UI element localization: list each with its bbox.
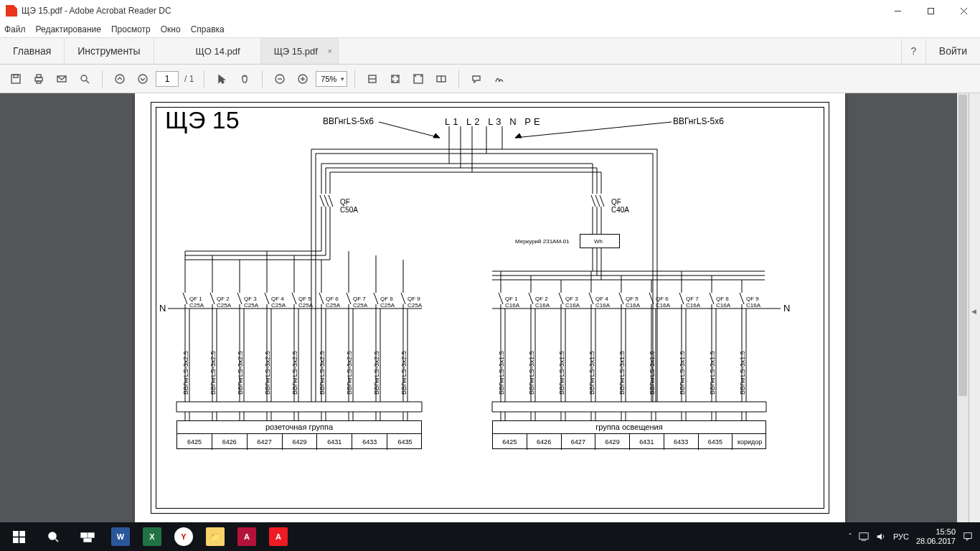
- page-up-icon[interactable]: [110, 69, 130, 89]
- taskbar-word-icon[interactable]: W: [105, 522, 136, 551]
- taskbar-acrobat-icon[interactable]: A: [263, 522, 294, 551]
- mail-icon[interactable]: [52, 69, 72, 89]
- start-button[interactable]: [1, 522, 36, 551]
- taskbar-excel-icon[interactable]: X: [136, 522, 168, 551]
- save-icon[interactable]: [6, 69, 26, 89]
- breaker-label: QF 4 C25A: [271, 296, 286, 309]
- zoom-out-icon[interactable]: [270, 69, 290, 89]
- svg-marker-212: [877, 534, 882, 540]
- login-button[interactable]: Войти: [925, 38, 980, 64]
- breaker-label: QF 6 C25A: [326, 296, 340, 309]
- taskbar: W X Y 📁 A A ˆ РУС 15:5028.06.2017: [0, 522, 980, 551]
- svg-point-12: [116, 75, 124, 83]
- close-button[interactable]: [947, 0, 980, 22]
- cable-label: ВВГнгLS-3х1.5: [528, 351, 535, 395]
- tray-clock[interactable]: 15:5028.06.2017: [916, 527, 956, 546]
- terminal-cell: 6426: [527, 434, 562, 450]
- svg-line-106: [237, 293, 242, 304]
- qf-right-label: QFC40A: [611, 198, 629, 214]
- taskview-button[interactable]: [70, 522, 105, 551]
- doc-tab-0[interactable]: ЩО 14.pdf: [183, 38, 261, 64]
- zoom-select[interactable]: 75%: [316, 71, 347, 87]
- right-panel-toggle[interactable]: [969, 93, 980, 522]
- breaker-label: QF 5 C16A: [626, 296, 640, 309]
- svg-line-118: [292, 293, 296, 304]
- tray-chevron-icon[interactable]: ˆ: [849, 532, 852, 541]
- svg-line-184: [679, 293, 684, 304]
- svg-line-206: [55, 539, 58, 542]
- window-title: ЩЭ 15.pdf - Adobe Acrobat Reader DC: [22, 6, 171, 16]
- terminal-cell: 6433: [664, 434, 699, 450]
- terminal-cell: 6429: [283, 434, 318, 450]
- svg-rect-213: [964, 533, 972, 539]
- cable-label: ВВГнгLS-3х2.5: [182, 351, 189, 395]
- tray-network-icon[interactable]: [859, 532, 869, 542]
- n-label-left: N: [159, 303, 166, 314]
- breaker-label: QF 8 C25A: [380, 296, 395, 309]
- tray-volume-icon[interactable]: [876, 532, 886, 542]
- svg-rect-201: [13, 531, 19, 537]
- menu-edit[interactable]: Редактирование: [36, 24, 101, 34]
- menu-view[interactable]: Просмотр: [111, 24, 151, 34]
- wiring-diagram: [135, 93, 845, 522]
- zoom-in-icon[interactable]: [293, 69, 313, 89]
- taskbar-autocad-icon[interactable]: A: [231, 522, 263, 551]
- help-button[interactable]: ?: [901, 38, 925, 64]
- fullscreen-icon[interactable]: [408, 69, 428, 89]
- cable-label: ВВГнгLS-3х2.5: [373, 351, 380, 395]
- svg-line-47: [329, 195, 333, 207]
- search-icon[interactable]: [75, 69, 95, 89]
- right-terminal-group: группа освещения 64256426642764296431643…: [492, 420, 766, 449]
- svg-marker-34: [515, 133, 522, 138]
- menu-file[interactable]: Файл: [4, 24, 26, 34]
- terminal-cell: 6425: [177, 434, 212, 450]
- tray-notifications-icon[interactable]: [963, 532, 973, 542]
- left-terminal-group: розеточная группа 6425642664276429643164…: [176, 420, 422, 449]
- menu-window[interactable]: Окно: [161, 24, 181, 34]
- breaker-label: QF 9 C16A: [746, 296, 760, 309]
- taskbar-yandex-icon[interactable]: Y: [168, 522, 199, 551]
- meter-unit: Wh: [594, 238, 603, 245]
- page-down-icon[interactable]: [133, 69, 153, 89]
- sign-icon[interactable]: [489, 69, 509, 89]
- vertical-scrollbar[interactable]: [957, 93, 969, 522]
- minimize-button[interactable]: [881, 0, 914, 22]
- tray-language[interactable]: РУС: [893, 532, 909, 541]
- hand-tool-icon[interactable]: [235, 69, 255, 89]
- select-tool-icon[interactable]: [212, 69, 232, 89]
- cable-label: ВВГнгLS-3х1.5: [588, 351, 595, 395]
- close-tab-icon[interactable]: ×: [328, 47, 332, 55]
- svg-rect-5: [14, 75, 18, 77]
- right-group-title: группа освещения: [493, 421, 765, 434]
- fit-width-icon[interactable]: [362, 69, 382, 89]
- maximize-button[interactable]: [914, 0, 947, 22]
- cable-label: ВВГнгLS-3х2.5: [400, 351, 407, 395]
- terminal-cell: 6425: [493, 434, 527, 450]
- taskbar-explorer-icon[interactable]: 📁: [199, 522, 231, 551]
- menu-help[interactable]: Справка: [191, 24, 225, 34]
- read-mode-icon[interactable]: [431, 69, 451, 89]
- terminal-cell: 6431: [317, 434, 352, 450]
- fit-page-icon[interactable]: [385, 69, 405, 89]
- cable-label: ВВГнгLS-3х2.5: [209, 351, 217, 395]
- svg-line-196: [740, 293, 744, 304]
- svg-line-142: [401, 293, 405, 304]
- system-tray[interactable]: ˆ РУС 15:5028.06.2017: [849, 527, 979, 546]
- tab-home[interactable]: Главная: [0, 38, 65, 64]
- search-button[interactable]: [36, 522, 70, 551]
- svg-point-13: [138, 75, 147, 83]
- svg-rect-210: [859, 533, 868, 540]
- print-icon[interactable]: [29, 69, 49, 89]
- terminal-cell: коридор: [732, 434, 767, 450]
- page-input[interactable]: 1: [156, 71, 179, 87]
- doc-tab-1[interactable]: ЩЭ 15.pdf×: [261, 38, 339, 64]
- svg-line-160: [559, 293, 563, 304]
- toolbar: 1 / 1 75%: [0, 65, 980, 93]
- svg-line-100: [210, 293, 215, 304]
- svg-rect-208: [88, 533, 94, 537]
- svg-line-31: [379, 122, 440, 138]
- breaker-label: QF 9 C25A: [407, 296, 422, 309]
- comment-icon[interactable]: [466, 69, 486, 89]
- terminal-cell: 6431: [630, 434, 664, 450]
- tab-tools[interactable]: Инструменты: [65, 38, 154, 64]
